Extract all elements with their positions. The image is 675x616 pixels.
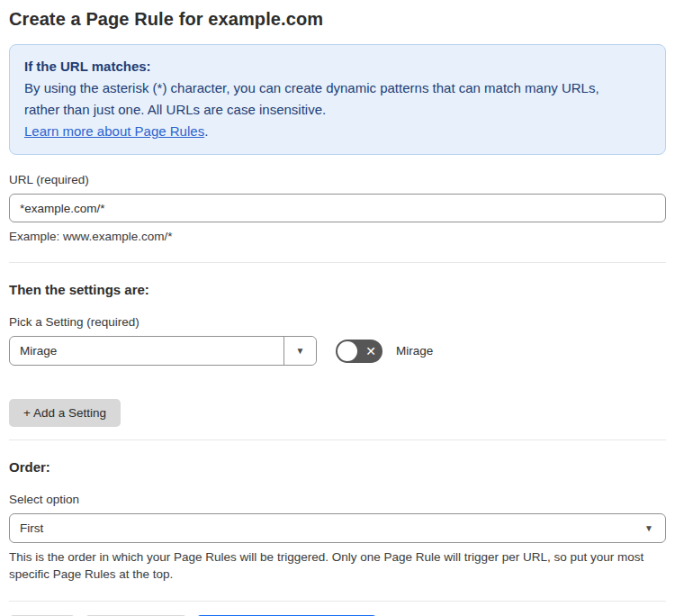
- url-match-info-box: If the URL matches: By using the asteris…: [9, 44, 666, 155]
- divider: [9, 601, 666, 602]
- order-select[interactable]: First ▼: [9, 513, 666, 543]
- info-box-heading: If the URL matches:: [24, 56, 651, 77]
- toggle-knob: [338, 341, 357, 361]
- order-helper-text: This is the order in which your Page Rul…: [9, 548, 666, 583]
- setting-dropdown[interactable]: Mirage ▼: [9, 336, 317, 366]
- dropdown-arrow-button[interactable]: ▼: [284, 337, 316, 365]
- divider: [9, 262, 666, 263]
- select-caret-icon: ▼: [644, 523, 665, 533]
- url-input[interactable]: [9, 194, 666, 222]
- info-box-link-line: Learn more about Page Rules.: [24, 121, 651, 142]
- dropdown-arrow-icon: ▼: [296, 346, 305, 356]
- order-select-value: First: [10, 521, 644, 535]
- link-suffix: .: [204, 123, 208, 139]
- page-title: Create a Page Rule for example.com: [9, 9, 666, 30]
- add-setting-button[interactable]: + Add a Setting: [9, 399, 121, 427]
- order-section-heading: Order:: [9, 459, 666, 475]
- order-select-label: Select option: [9, 493, 666, 506]
- info-box-body: By using the asterisk (*) character, you…: [24, 77, 633, 121]
- toggle-off-x-icon: ✕: [365, 345, 376, 358]
- mirage-toggle[interactable]: ✕: [336, 340, 382, 363]
- url-example-helper: Example: www.example.com/*: [9, 228, 666, 245]
- divider: [9, 439, 666, 440]
- learn-more-link[interactable]: Learn more about Page Rules: [24, 123, 204, 139]
- toggle-label: Mirage: [396, 344, 433, 358]
- pick-setting-label: Pick a Setting (required): [9, 315, 666, 329]
- setting-row: Mirage ▼ ✕ Mirage: [9, 336, 666, 366]
- url-field-label: URL (required): [9, 173, 666, 186]
- settings-section-heading: Then the settings are:: [9, 282, 666, 297]
- setting-dropdown-value: Mirage: [10, 337, 284, 365]
